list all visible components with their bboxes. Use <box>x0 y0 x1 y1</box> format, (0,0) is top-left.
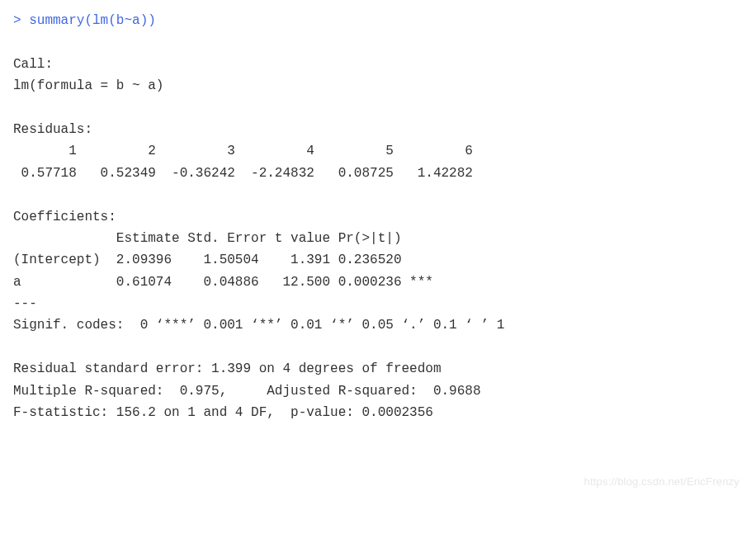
dashes: --- <box>13 296 37 311</box>
f-statistic-line: F-statistic: 156.2 on 1 and 4 DF, p-valu… <box>13 405 433 420</box>
residuals-header: Residuals: <box>13 122 92 137</box>
coefficients-row-a: a 0.61074 0.04886 12.500 0.000236 *** <box>13 275 433 290</box>
coefficients-row-intercept: (Intercept) 2.09396 1.50504 1.391 0.2365… <box>13 253 433 267</box>
r-squared-line: Multiple R-squared: 0.975, Adjusted R-sq… <box>13 384 489 399</box>
console-prompt: > <box>13 13 29 28</box>
residuals-index-row: 1 2 3 4 5 6 <box>13 144 481 158</box>
signif-codes: Signif. codes: 0 ‘***’ 0.001 ‘**’ 0.01 ‘… <box>13 318 504 333</box>
call-header: Call: <box>13 57 53 72</box>
residuals-values-row: 0.57718 0.52349 -0.36242 -2.24832 0.0872… <box>13 166 481 181</box>
r-command: summary(lm(b~a)) <box>29 13 156 28</box>
watermark-text: https://blog.csdn.net/EricFrenzy <box>584 473 739 490</box>
coefficients-header: Coefficients: <box>13 210 116 224</box>
call-body: lm(formula = b ~ a) <box>13 78 163 93</box>
coefficients-columns: Estimate Std. Error t value Pr(>|t|) <box>13 231 433 246</box>
residual-std-error: Residual standard error: 1.399 on 4 degr… <box>13 361 441 376</box>
